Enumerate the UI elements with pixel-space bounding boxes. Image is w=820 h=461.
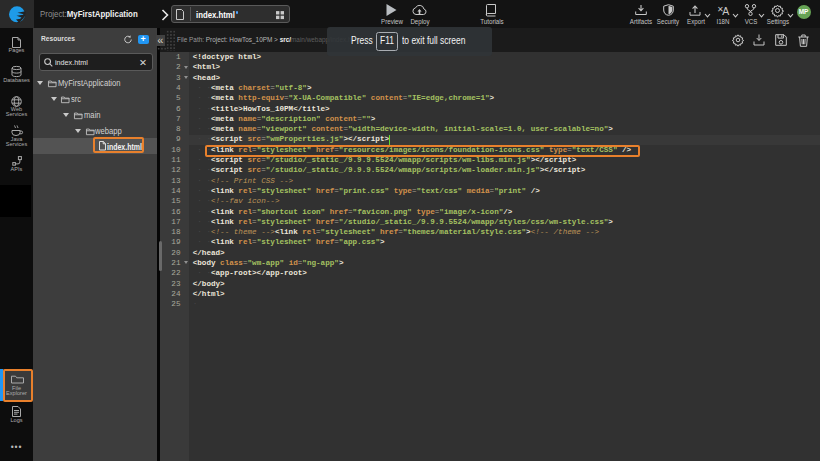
svg-text:A: A [722,5,729,17]
